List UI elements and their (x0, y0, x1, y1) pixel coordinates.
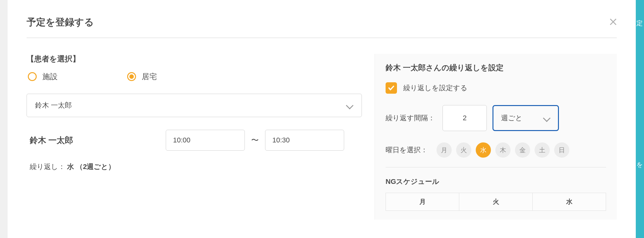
close-icon[interactable] (609, 18, 617, 25)
radio-facility-label: 施設 (42, 72, 58, 82)
repeat-checkbox-label: 繰り返しを設定する (403, 83, 468, 93)
ng-schedule-table: 月 火 水 (386, 193, 606, 211)
weekday-thu[interactable]: 木 (495, 142, 511, 158)
end-time-value: 10:30 (272, 136, 290, 144)
weekday-wed[interactable]: 水 (476, 142, 491, 158)
modal-title: 予定を登録する (27, 16, 94, 29)
time-row: 鈴木 一太郎 10:00 〜 10:30 (27, 130, 362, 151)
ng-schedule-title: NGスケジュール (386, 177, 606, 186)
repeat-checkbox[interactable] (386, 82, 397, 94)
weekday-label: 曜日を選択： (386, 145, 428, 155)
background-right-fragment: 定 を (636, 0, 644, 238)
interval-unit-select[interactable]: 週ごと (492, 105, 559, 131)
weekday-row: 曜日を選択： 月 火 水 木 金 土 日 (386, 142, 606, 158)
repeat-checkbox-row: 繰り返しを設定する (386, 82, 606, 94)
left-panel: 【患者を選択】 施設 居宅 鈴木 一太郎 鈴木 一太郎 10:00 (27, 54, 362, 220)
radio-home[interactable]: 居宅 (127, 72, 157, 82)
weekday-tue[interactable]: 火 (456, 142, 471, 158)
ng-header-tue: 火 (459, 193, 533, 211)
register-schedule-modal: 予定を登録する 【患者を選択】 施設 居宅 鈴木 一太郎 鈴木 一 (8, 0, 636, 238)
repeat-settings-title: 鈴木 一太郎さんの繰り返しを設定 (386, 63, 606, 73)
radio-icon (127, 72, 136, 81)
interval-unit-value: 週ごと (501, 113, 523, 123)
weekday-sun[interactable]: 日 (554, 142, 569, 158)
bg-text-1: 定 (636, 19, 644, 28)
patient-dropdown-value: 鈴木 一太郎 (35, 101, 72, 110)
weekday-fri[interactable]: 金 (515, 142, 530, 158)
right-panel: 鈴木 一太郎さんの繰り返しを設定 繰り返しを設定する 繰り返す間隔： 週ごと 曜… (375, 54, 617, 220)
right-divider (386, 167, 606, 167)
patient-dropdown[interactable]: 鈴木 一太郎 (27, 94, 362, 117)
modal-header: 予定を登録する (27, 16, 617, 29)
repeat-summary-value: 水 （2週ごと） (67, 163, 115, 171)
interval-row: 繰り返す間隔： 週ごと (386, 105, 606, 131)
patient-name-display: 鈴木 一太郎 (27, 135, 159, 146)
repeat-summary-label: 繰り返し： (30, 163, 65, 171)
radio-facility[interactable]: 施設 (28, 72, 58, 82)
patient-select-label: 【患者を選択】 (27, 54, 362, 64)
start-time-input[interactable]: 10:00 (166, 130, 245, 151)
interval-label: 繰り返す間隔： (386, 113, 435, 123)
end-time-input[interactable]: 10:30 (265, 130, 344, 151)
weekday-sat[interactable]: 土 (535, 142, 550, 158)
start-time-value: 10:00 (173, 136, 190, 144)
weekday-mon[interactable]: 月 (437, 142, 452, 158)
header-divider (27, 38, 617, 38)
bg-text-2: を (636, 160, 644, 169)
check-icon (388, 85, 395, 91)
interval-input[interactable] (443, 105, 487, 131)
modal-content: 【患者を選択】 施設 居宅 鈴木 一太郎 鈴木 一太郎 10:00 (27, 54, 617, 220)
radio-home-label: 居宅 (142, 72, 157, 82)
repeat-summary: 繰り返し： 水 （2週ごと） (27, 162, 362, 172)
background-left-fragment (0, 0, 8, 238)
radio-icon (28, 72, 37, 81)
location-radio-group: 施設 居宅 (27, 72, 362, 82)
time-separator: 〜 (251, 135, 259, 145)
ng-header-mon: 月 (386, 193, 459, 211)
ng-header-wed: 水 (533, 193, 606, 211)
